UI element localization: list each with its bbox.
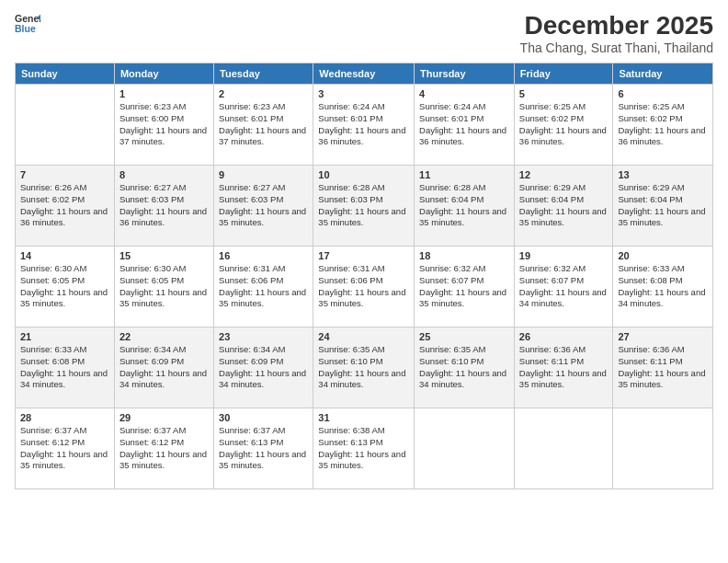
day-info: Sunrise: 6:24 AM Sunset: 6:01 PM Dayligh…	[318, 101, 409, 148]
title-block: December 2025 Tha Chang, Surat Thani, Th…	[520, 11, 713, 55]
day-cell: 10Sunrise: 6:28 AM Sunset: 6:03 PM Dayli…	[313, 166, 415, 247]
day-number: 16	[219, 250, 308, 261]
col-saturday: Saturday	[613, 63, 713, 85]
day-number: 17	[318, 250, 409, 261]
day-info: Sunrise: 6:32 AM Sunset: 6:07 PM Dayligh…	[519, 263, 609, 310]
day-cell: 19Sunrise: 6:32 AM Sunset: 6:07 PM Dayli…	[514, 247, 613, 327]
day-number: 28	[20, 412, 109, 423]
day-number: 14	[20, 250, 109, 261]
day-number: 1	[119, 88, 209, 99]
day-cell: 5Sunrise: 6:25 AM Sunset: 6:02 PM Daylig…	[514, 85, 613, 166]
day-number: 25	[419, 331, 509, 342]
day-number: 27	[618, 331, 708, 342]
col-friday: Friday	[514, 63, 613, 85]
day-info: Sunrise: 6:32 AM Sunset: 6:07 PM Dayligh…	[419, 263, 509, 310]
day-cell: 14Sunrise: 6:30 AM Sunset: 6:05 PM Dayli…	[16, 247, 115, 327]
day-cell: 2Sunrise: 6:23 AM Sunset: 6:01 PM Daylig…	[214, 85, 313, 166]
day-info: Sunrise: 6:36 AM Sunset: 6:11 PM Dayligh…	[618, 344, 708, 391]
day-number: 8	[119, 169, 209, 180]
day-cell: 18Sunrise: 6:32 AM Sunset: 6:07 PM Dayli…	[415, 247, 515, 327]
day-cell	[16, 85, 115, 166]
day-info: Sunrise: 6:27 AM Sunset: 6:03 PM Dayligh…	[219, 182, 308, 229]
day-number: 5	[519, 88, 609, 99]
day-number: 24	[318, 331, 409, 342]
col-tuesday: Tuesday	[214, 63, 313, 85]
day-number: 13	[618, 169, 708, 180]
day-cell: 8Sunrise: 6:27 AM Sunset: 6:03 PM Daylig…	[114, 166, 213, 247]
day-info: Sunrise: 6:31 AM Sunset: 6:06 PM Dayligh…	[219, 263, 308, 310]
day-info: Sunrise: 6:37 AM Sunset: 6:13 PM Dayligh…	[219, 425, 308, 472]
day-info: Sunrise: 6:28 AM Sunset: 6:04 PM Dayligh…	[419, 182, 509, 229]
day-number: 9	[219, 169, 308, 180]
day-number: 30	[219, 412, 308, 423]
day-cell	[613, 408, 713, 489]
day-info: Sunrise: 6:37 AM Sunset: 6:12 PM Dayligh…	[119, 425, 209, 472]
day-cell: 1Sunrise: 6:23 AM Sunset: 6:00 PM Daylig…	[114, 85, 213, 166]
day-cell: 26Sunrise: 6:36 AM Sunset: 6:11 PM Dayli…	[514, 327, 613, 408]
header-row: Sunday Monday Tuesday Wednesday Thursday…	[16, 63, 713, 85]
day-info: Sunrise: 6:37 AM Sunset: 6:12 PM Dayligh…	[20, 425, 109, 472]
day-info: Sunrise: 6:25 AM Sunset: 6:02 PM Dayligh…	[618, 101, 708, 148]
page: General Blue December 2025 Tha Chang, Su…	[0, 0, 728, 563]
day-info: Sunrise: 6:35 AM Sunset: 6:10 PM Dayligh…	[419, 344, 509, 391]
day-cell	[415, 408, 515, 489]
day-number: 23	[219, 331, 308, 342]
day-cell: 16Sunrise: 6:31 AM Sunset: 6:06 PM Dayli…	[214, 247, 313, 327]
day-number: 3	[318, 88, 409, 99]
calendar-body: 1Sunrise: 6:23 AM Sunset: 6:00 PM Daylig…	[16, 85, 713, 489]
day-info: Sunrise: 6:35 AM Sunset: 6:10 PM Dayligh…	[318, 344, 409, 391]
day-number: 10	[318, 169, 409, 180]
day-cell: 24Sunrise: 6:35 AM Sunset: 6:10 PM Dayli…	[313, 327, 415, 408]
header: General Blue December 2025 Tha Chang, Su…	[15, 11, 713, 55]
day-cell: 4Sunrise: 6:24 AM Sunset: 6:01 PM Daylig…	[415, 85, 515, 166]
day-info: Sunrise: 6:29 AM Sunset: 6:04 PM Dayligh…	[618, 182, 708, 229]
day-info: Sunrise: 6:25 AM Sunset: 6:02 PM Dayligh…	[519, 101, 609, 148]
logo-icon: General Blue	[15, 11, 40, 37]
col-wednesday: Wednesday	[313, 63, 415, 85]
day-info: Sunrise: 6:33 AM Sunset: 6:08 PM Dayligh…	[20, 344, 109, 391]
col-monday: Monday	[114, 63, 213, 85]
month-title: December 2025	[520, 11, 713, 40]
week-row-1: 1Sunrise: 6:23 AM Sunset: 6:00 PM Daylig…	[16, 85, 713, 166]
day-info: Sunrise: 6:30 AM Sunset: 6:05 PM Dayligh…	[20, 263, 109, 310]
day-number: 2	[219, 88, 308, 99]
day-number: 12	[519, 169, 609, 180]
day-cell: 31Sunrise: 6:38 AM Sunset: 6:13 PM Dayli…	[313, 408, 415, 489]
day-number: 19	[519, 250, 609, 261]
day-info: Sunrise: 6:33 AM Sunset: 6:08 PM Dayligh…	[618, 263, 708, 310]
day-number: 31	[318, 412, 409, 423]
day-info: Sunrise: 6:23 AM Sunset: 6:00 PM Dayligh…	[119, 101, 209, 148]
day-info: Sunrise: 6:23 AM Sunset: 6:01 PM Dayligh…	[219, 101, 308, 148]
day-cell: 30Sunrise: 6:37 AM Sunset: 6:13 PM Dayli…	[214, 408, 313, 489]
day-number: 20	[618, 250, 708, 261]
day-number: 18	[419, 250, 509, 261]
week-row-2: 7Sunrise: 6:26 AM Sunset: 6:02 PM Daylig…	[16, 166, 713, 247]
day-info: Sunrise: 6:26 AM Sunset: 6:02 PM Dayligh…	[20, 182, 109, 229]
day-cell: 17Sunrise: 6:31 AM Sunset: 6:06 PM Dayli…	[313, 247, 415, 327]
day-cell: 9Sunrise: 6:27 AM Sunset: 6:03 PM Daylig…	[214, 166, 313, 247]
day-info: Sunrise: 6:31 AM Sunset: 6:06 PM Dayligh…	[318, 263, 409, 310]
day-cell: 11Sunrise: 6:28 AM Sunset: 6:04 PM Dayli…	[415, 166, 515, 247]
day-cell: 29Sunrise: 6:37 AM Sunset: 6:12 PM Dayli…	[114, 408, 213, 489]
day-cell: 25Sunrise: 6:35 AM Sunset: 6:10 PM Dayli…	[415, 327, 515, 408]
col-thursday: Thursday	[415, 63, 515, 85]
day-info: Sunrise: 6:34 AM Sunset: 6:09 PM Dayligh…	[119, 344, 209, 391]
day-cell: 6Sunrise: 6:25 AM Sunset: 6:02 PM Daylig…	[613, 85, 713, 166]
svg-text:Blue: Blue	[15, 23, 36, 34]
day-cell: 23Sunrise: 6:34 AM Sunset: 6:09 PM Dayli…	[214, 327, 313, 408]
day-number: 6	[618, 88, 708, 99]
day-cell: 27Sunrise: 6:36 AM Sunset: 6:11 PM Dayli…	[613, 327, 713, 408]
day-cell: 13Sunrise: 6:29 AM Sunset: 6:04 PM Dayli…	[613, 166, 713, 247]
day-info: Sunrise: 6:38 AM Sunset: 6:13 PM Dayligh…	[318, 425, 409, 472]
day-cell: 22Sunrise: 6:34 AM Sunset: 6:09 PM Dayli…	[114, 327, 213, 408]
logo: General Blue	[15, 11, 40, 37]
day-number: 15	[119, 250, 209, 261]
day-info: Sunrise: 6:34 AM Sunset: 6:09 PM Dayligh…	[219, 344, 308, 391]
day-info: Sunrise: 6:28 AM Sunset: 6:03 PM Dayligh…	[318, 182, 409, 229]
day-number: 26	[519, 331, 609, 342]
week-row-3: 14Sunrise: 6:30 AM Sunset: 6:05 PM Dayli…	[16, 247, 713, 327]
day-number: 11	[419, 169, 509, 180]
day-cell: 7Sunrise: 6:26 AM Sunset: 6:02 PM Daylig…	[16, 166, 115, 247]
day-number: 22	[119, 331, 209, 342]
day-number: 21	[20, 331, 109, 342]
